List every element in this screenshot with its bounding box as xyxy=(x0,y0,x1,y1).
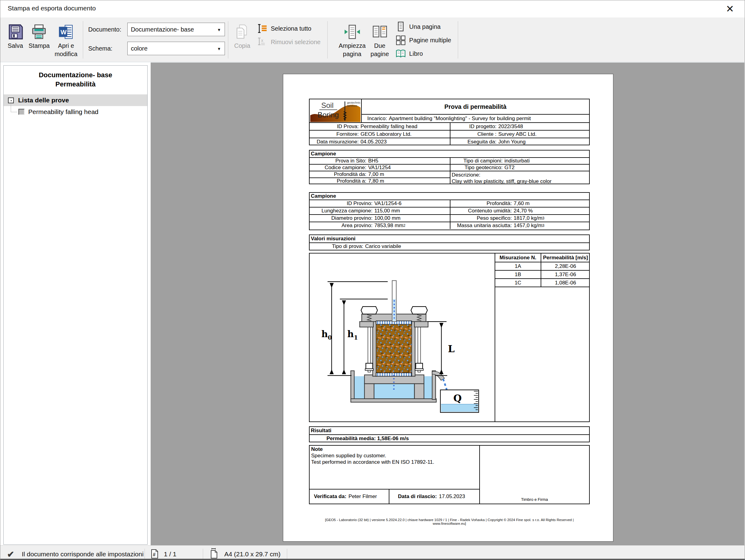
view-mode-group: Una pagina Pagine multiple Libro xyxy=(391,20,455,60)
header-cell: Data misurazione:04.05.2023 xyxy=(310,138,450,145)
two-pages-label: Duepagine xyxy=(371,42,389,58)
multiple-pages-button[interactable]: Pagine multiple xyxy=(391,33,455,47)
tree-item-lista-delle-prove[interactable]: Lista delle prove xyxy=(4,95,147,106)
print-button[interactable]: Stampa xyxy=(26,19,52,50)
toolbar-separator xyxy=(83,21,83,59)
save-button[interactable]: Salva xyxy=(5,19,26,50)
select-all-label: Seleziona tutto xyxy=(271,25,311,32)
schema-value: colore xyxy=(131,45,147,52)
svg-text:Soil: Soil xyxy=(321,101,333,109)
documento-dropdown[interactable]: Documentazione- base ▼ xyxy=(127,23,225,36)
report-footer: [GEO5 - Laboratorio (32 bit) | versione … xyxy=(309,518,590,525)
document-page: Soil Boring geotechnical services Prova … xyxy=(283,74,613,541)
word-icon: W xyxy=(58,24,74,40)
checkbox[interactable] xyxy=(19,109,25,115)
svg-text:#: # xyxy=(153,552,156,557)
remove-selection-icon: x xyxy=(257,36,267,47)
open-edit-button[interactable]: W Apri emodifica xyxy=(52,19,80,58)
close-button[interactable]: ✕ xyxy=(723,3,737,15)
table-cell: Area provino:7853,98 mm2 xyxy=(310,221,450,229)
company-logo: Soil Boring geotechnical services xyxy=(310,99,362,122)
sample-table-1: Campione Prova in Sito:BH5 Tipo di campi… xyxy=(309,150,590,184)
schema-dropdown[interactable]: colore ▼ xyxy=(127,42,225,55)
status-bar: ✔ Il documento corrisponde alle impostaz… xyxy=(0,545,745,560)
toolbar: Salva Stampa W Apri emodifica Documento xyxy=(0,18,745,62)
page-width-icon xyxy=(344,24,360,40)
one-page-icon xyxy=(395,21,406,32)
toolbar-separator xyxy=(458,21,458,59)
table-cell: Tipo di prova:Carico variabile xyxy=(310,242,589,250)
table-section-header: Risultati xyxy=(310,427,589,434)
header-cell: Cliente :Survey ABC Ltd. xyxy=(450,130,589,138)
diagram-results-box: h0 h1 L Q Misurazione N. Permeabilità [m… xyxy=(309,253,590,422)
status-separator xyxy=(287,549,287,559)
preview-area[interactable]: Soil Boring geotechnical services Prova … xyxy=(151,63,744,545)
tree-item-permeability-falling-head[interactable]: Permeability falling head xyxy=(4,106,147,118)
page-number-icon: # xyxy=(151,549,159,558)
copy-label: Copia xyxy=(234,42,250,50)
page-width-button[interactable]: Ampiezzapagina xyxy=(336,19,368,58)
book-icon xyxy=(395,48,406,59)
table-section-header: Campione xyxy=(310,150,589,157)
paper-size-icon xyxy=(210,548,218,558)
table-cell: Prova in Sito:BH5 xyxy=(310,157,450,164)
falling-head-permeameter-diagram: h0 h1 L Q xyxy=(317,270,481,414)
book-button[interactable]: Libro xyxy=(391,47,455,60)
select-all-button[interactable]: Seleziona tutto xyxy=(253,22,324,35)
table-cell: Tipo geotecnico:GT2 xyxy=(450,164,589,171)
remove-selection-label: Rimuovi selezione xyxy=(271,39,320,46)
dialog-title: Stampa ed esporta documento xyxy=(8,5,96,12)
status-message: Il documento corrisponde alle impostazio… xyxy=(22,551,143,558)
notes-table: Note Specimen supplied by customer. Test… xyxy=(309,445,590,504)
table-cell: Contenuto umidità:24,70 % xyxy=(450,207,589,214)
table-row: 1A 2,28E-06 xyxy=(495,262,590,271)
notes-cell: Note Specimen supplied by customer. Test… xyxy=(310,446,479,466)
one-page-button[interactable]: Una pagina xyxy=(391,20,455,33)
header-cell: ID Prova:Permeability falling head xyxy=(310,122,450,130)
page-width-label: Ampiezzapagina xyxy=(339,42,366,58)
book-label: Libro xyxy=(409,50,423,57)
open-edit-label: Apri emodifica xyxy=(55,42,77,58)
two-pages-icon xyxy=(371,24,388,40)
h1-label: h1 xyxy=(347,329,358,341)
multiple-pages-icon xyxy=(395,35,406,46)
checkbox[interactable] xyxy=(8,98,14,103)
header-cell: ID progetto:2022/3548 xyxy=(450,122,589,130)
table-cell: Profondità:7,60 m xyxy=(450,200,589,207)
status-separator xyxy=(203,549,203,559)
selection-group: Seleziona tutto x Rimuovi selezione xyxy=(253,22,324,49)
table-row: 1B 1,37E-06 xyxy=(495,271,590,279)
remove-selection-button[interactable]: x Rimuovi selezione xyxy=(253,35,324,49)
toolbar-separator xyxy=(327,21,328,59)
sample-table-2: Campione ID Provino:VA1/1254-6 Profondit… xyxy=(309,192,590,230)
page-count: 1 / 1 xyxy=(164,551,176,558)
two-pages-button[interactable]: Duepagine xyxy=(368,19,391,58)
svg-text:W: W xyxy=(61,29,67,36)
svg-text:geotechnical: geotechnical xyxy=(347,101,360,104)
documento-value: Documentazione- base xyxy=(131,26,194,33)
table-cell: Massa unitaria asciutta:1457,0 kg/m3 xyxy=(450,221,589,229)
table-cell: Lunghezza campione:115,00 mm xyxy=(310,207,450,214)
test-tree: Lista delle prove Permeability falling h… xyxy=(4,95,147,118)
table-section-header: Campione xyxy=(310,193,589,200)
copy-button[interactable]: Copia xyxy=(231,19,253,50)
document-tree-panel: Documentazione- base Permeabilità Lista … xyxy=(3,65,148,545)
report-header-table: Soil Boring geotechnical services Prova … xyxy=(309,99,590,145)
table-cell: Profondità da:7,00 m xyxy=(310,171,450,177)
description-cell: Descrizione: Clay with low plasticity, s… xyxy=(450,171,589,184)
release-date-cell: Data di rilascio: 17.05.2023 xyxy=(389,490,479,503)
schema-label: Schema: xyxy=(88,45,127,52)
table-cell: Diametro provino:100,00 mm xyxy=(310,214,450,221)
permeability-measurements-table: Misurazione N. Permeabilità [m/s] 1A 2,2… xyxy=(495,253,590,421)
incarico-row: Incarico:Apartment building "Moonlightin… xyxy=(362,115,589,122)
signoff-row: Verificata da: Peter Filmer Data di rila… xyxy=(310,489,479,503)
status-separator xyxy=(144,549,145,559)
header-cell: Fornitore:GEO5 Laboratory Ltd. xyxy=(310,130,450,138)
left-panel: Documentazione- base Permeabilità Lista … xyxy=(0,63,151,545)
tree-connector xyxy=(11,104,11,112)
one-page-label: Una pagina xyxy=(409,23,441,30)
header-cell: Eseguita da:John Young xyxy=(450,138,589,145)
L-label: L xyxy=(448,343,455,354)
document-schema-group: Documento: Documentazione- base ▼ Schema… xyxy=(88,22,225,56)
table-cell: Profondità a:7,80 m xyxy=(310,177,450,184)
